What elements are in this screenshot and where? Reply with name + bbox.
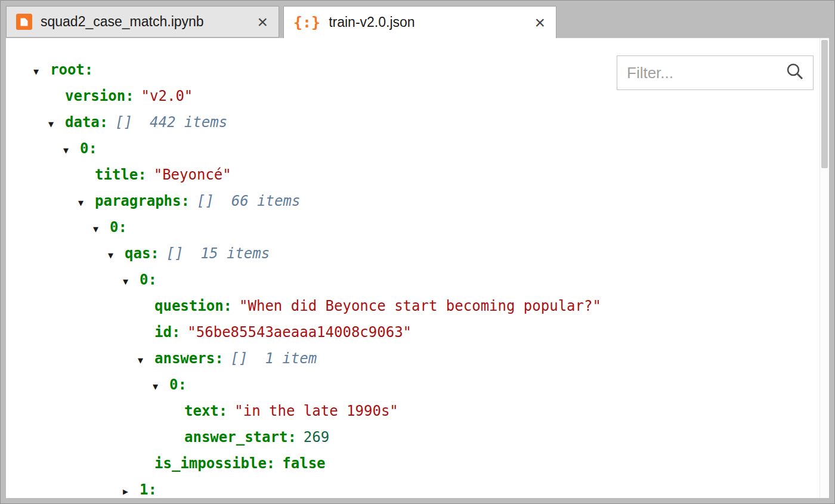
tree-row: ▼0: <box>6 372 829 398</box>
scrollbar[interactable] <box>819 38 829 498</box>
tree-key: is_impossible: <box>154 455 275 472</box>
filter-input[interactable] <box>626 63 781 83</box>
tree-key: title: <box>95 166 147 183</box>
tab-label: squad2_case_match.ipynb <box>41 14 204 30</box>
tree-value: [] 442 items <box>115 114 227 131</box>
tree-row: ▼data:[] 442 items <box>6 109 829 135</box>
tree-row: ▼qas:[] 15 items <box>6 240 829 267</box>
tree-key: question: <box>154 298 232 314</box>
tree-key: 0: <box>110 219 127 236</box>
tree-row: text:"in the late 1990s" <box>6 398 829 424</box>
tab-bar: squad2_case_match.ipynb × {:} train-v2.0… <box>6 6 829 38</box>
tree-row: ▼0: <box>6 135 829 162</box>
tree-value: false <box>282 455 325 472</box>
tree-key: version: <box>65 88 134 104</box>
tree-key: qas: <box>125 245 159 262</box>
tree-key: id: <box>154 324 180 341</box>
tree-key: text: <box>184 403 227 419</box>
tree-row: ▼paragraphs:[] 66 items <box>6 188 829 214</box>
collapse-toggle-icon[interactable]: ▼ <box>108 242 125 268</box>
collapse-toggle-icon[interactable]: ▼ <box>33 58 50 85</box>
tree-row: title:"Beyoncé" <box>6 162 829 188</box>
tree-row: question:"When did Beyonce start becomin… <box>6 293 829 319</box>
scrollbar-thumb[interactable] <box>821 40 828 168</box>
tree-row: is_impossible:false <box>6 450 829 477</box>
close-icon[interactable]: × <box>256 13 269 31</box>
tree-value: [] 15 items <box>166 245 270 262</box>
json-viewer-panel: ▼root:version:"v2.0"▼data:[] 442 items▼0… <box>6 38 829 498</box>
search-icon <box>785 62 805 84</box>
tree-row: id:"56be85543aeaaa14008c9063" <box>6 319 829 345</box>
tree-key: answers: <box>154 350 224 367</box>
tree-value: [] 66 items <box>197 193 300 209</box>
tree-value: "in the late 1990s" <box>234 403 398 419</box>
tree-key: root: <box>50 61 93 78</box>
tree-key: paragraphs: <box>95 193 190 209</box>
collapse-toggle-icon[interactable]: ▼ <box>63 137 80 163</box>
tree-key: 0: <box>169 376 187 393</box>
tree-value: "Beyoncé" <box>154 166 231 183</box>
close-icon[interactable]: × <box>533 14 546 32</box>
json-icon: {:} <box>293 14 320 31</box>
collapse-toggle-icon[interactable]: ▼ <box>93 216 110 242</box>
tab-label: train-v2.0.json <box>329 14 415 30</box>
collapse-toggle-icon[interactable]: ▼ <box>48 111 65 137</box>
notebook-icon <box>16 14 32 30</box>
tab-squad2-case-match-notebook[interactable]: squad2_case_match.ipynb × <box>6 6 279 38</box>
tree-row: ▼0: <box>6 267 829 293</box>
tree-row: ▼answers:[] 1 item <box>6 345 829 372</box>
filter-box <box>617 55 814 90</box>
tree-key: 0: <box>80 140 97 157</box>
window-frame: { "window": { "tabs": [ { "label": "squa… <box>0 0 835 504</box>
tree-row: ▶1: <box>6 477 829 498</box>
collapse-toggle-icon[interactable]: ▼ <box>138 347 154 373</box>
collapse-toggle-icon[interactable]: ▼ <box>123 268 140 295</box>
tree-row: ▼0: <box>6 214 829 240</box>
tab-train-v2-json[interactable]: {:} train-v2.0.json × <box>283 6 556 38</box>
tree-row: answer_start:269 <box>6 424 829 450</box>
tree-value: [] 1 item <box>231 350 317 367</box>
tree-value: 269 <box>304 429 329 446</box>
expand-toggle-icon[interactable]: ▶ <box>123 478 140 498</box>
tree-key: answer_start: <box>184 429 296 446</box>
tree-value: "v2.0" <box>141 88 193 104</box>
tree-value: "56be85543aeaaa14008c9063" <box>187 324 412 341</box>
tree-value: "When did Beyonce start becoming popular… <box>239 298 601 314</box>
json-tree: ▼root:version:"v2.0"▼data:[] 442 items▼0… <box>6 38 829 498</box>
tree-key: 1: <box>140 481 157 498</box>
tree-key: data: <box>65 114 108 131</box>
tree-key: 0: <box>140 271 157 288</box>
collapse-toggle-icon[interactable]: ▼ <box>153 373 169 400</box>
collapse-toggle-icon[interactable]: ▼ <box>78 190 95 216</box>
